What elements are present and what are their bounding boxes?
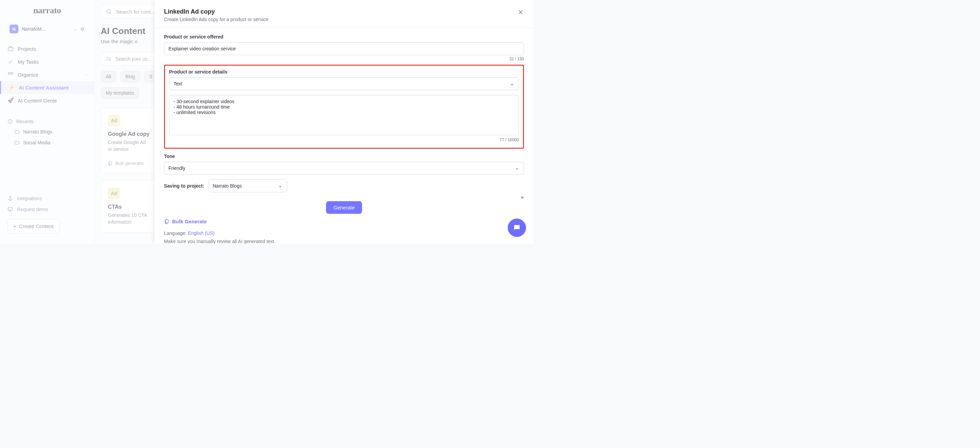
details-counter: 77 / 10000 — [169, 137, 519, 142]
ad-icon: Ad — [108, 188, 120, 199]
monitor-icon — [8, 207, 13, 212]
recent-label: Narrato Blogs — [23, 129, 52, 134]
search-icon — [106, 56, 111, 62]
sidebar-item-my-tasks[interactable]: My Tasks — [0, 55, 94, 68]
review-note: Make sure you manually review all AI gen… — [164, 239, 524, 244]
workspace-selector[interactable]: N NarratoM... ⌄ ⚙ — [6, 22, 88, 36]
ad-icon: Ad — [108, 115, 120, 126]
plus-icon: + — [13, 223, 16, 229]
details-highlight-box: Product or service details 77 / 10000 — [164, 65, 524, 149]
clock-icon — [8, 119, 13, 124]
folder-icon — [14, 129, 20, 134]
svg-point-7 — [107, 57, 110, 60]
workspace-badge: N — [10, 24, 18, 33]
recents-label: Recents — [16, 119, 34, 124]
bulk-generate-link[interactable]: Bulk Generate — [164, 218, 524, 224]
card-desc: or service — [108, 147, 129, 152]
card-desc: Create Google Ad — [108, 140, 146, 145]
sidebar-item-label: Organize — [18, 72, 38, 78]
tone-select[interactable] — [164, 162, 524, 175]
anchor-icon — [8, 196, 13, 201]
gear-icon[interactable]: ⚙ — [80, 26, 85, 32]
details-type-select[interactable] — [169, 77, 519, 90]
chevron-right-icon: › — [86, 73, 87, 77]
svg-point-6 — [107, 10, 111, 13]
chevron-down-icon[interactable]: ⌄ — [74, 27, 77, 31]
language-line: Language: English (US) — [164, 230, 524, 236]
sidebar-item-label: Projects — [18, 46, 36, 52]
sidebar-item-label: My Tasks — [18, 59, 39, 65]
linkedin-ad-modal: LinkedIn Ad copy Create LinkedIn Ads cop… — [154, 0, 533, 244]
svg-rect-9 — [166, 220, 169, 223]
rocket-icon: 🚀 — [8, 97, 14, 104]
chip-my-templates[interactable]: My templates — [101, 87, 139, 99]
recent-label: Social Media — [23, 140, 50, 145]
svg-rect-8 — [109, 161, 111, 164]
details-label: Product or service details — [169, 69, 519, 75]
saving-to-project-label: Saving to project: — [164, 183, 204, 188]
organize-icon — [8, 72, 14, 78]
folder-icon — [14, 140, 20, 145]
sidebar-item-label: Request demo — [17, 207, 48, 212]
sidebar-item-request-demo[interactable]: Request demo — [0, 204, 94, 215]
create-content-button[interactable]: + Create Content — [8, 219, 60, 234]
sidebar-item-label: AI Content Genie — [18, 98, 57, 104]
svg-rect-5 — [8, 208, 12, 210]
card-desc: information — [108, 219, 131, 225]
sidebar-item-label: Integrations — [17, 196, 42, 201]
tone-label: Tone — [164, 153, 524, 159]
generate-button[interactable]: Generate — [326, 201, 363, 214]
card-desc: Generates 10 CTA — [108, 212, 147, 218]
sidebar: narrato N NarratoM... ⌄ ⚙ Projects My Ta… — [0, 0, 95, 244]
recent-item-narrato-blogs[interactable]: Narrato Blogs — [0, 126, 94, 137]
bulk-generate-label: Bulk Generate — [172, 218, 207, 224]
chat-bubble-button[interactable] — [508, 218, 526, 237]
card-footer-text: Bulk generatio — [115, 161, 143, 166]
modal-title: LinkedIn Ad copy — [164, 8, 524, 15]
lightning-icon: ⚡ — [8, 84, 14, 91]
stack-icon — [164, 219, 169, 224]
sidebar-item-integrations[interactable]: Integrations — [0, 193, 94, 204]
sidebar-item-projects[interactable]: Projects — [0, 42, 94, 55]
check-icon — [8, 59, 14, 65]
recents-header: Recents — [0, 117, 94, 126]
sidebar-item-ai-content-genie[interactable]: 🚀 AI Content Genie — [0, 94, 94, 107]
svg-point-4 — [10, 196, 11, 198]
product-offered-label: Product or service offered — [164, 34, 524, 40]
project-select[interactable] — [208, 179, 287, 192]
expand-caret-icon[interactable]: ▶ — [521, 195, 524, 199]
logo: narrato — [33, 5, 61, 16]
modal-subtitle: Create LinkedIn Ads copy for a product o… — [164, 17, 524, 22]
svg-rect-1 — [8, 73, 10, 74]
create-content-label: Create Content — [19, 223, 54, 229]
details-textarea[interactable] — [169, 95, 519, 135]
svg-rect-0 — [8, 47, 13, 51]
workspace-name: NarratoM... — [22, 26, 70, 32]
product-offered-input[interactable] — [164, 42, 524, 55]
stack-icon — [108, 161, 113, 166]
language-select[interactable]: English (US) — [188, 230, 215, 236]
chip-blog[interactable]: Blog — [121, 71, 140, 82]
svg-rect-2 — [11, 73, 13, 74]
briefcase-icon — [8, 46, 14, 52]
product-counter: 32 / 150 — [164, 56, 524, 61]
chip-all[interactable]: All — [101, 71, 116, 82]
sidebar-item-organize[interactable]: Organize › — [0, 68, 94, 81]
sidebar-item-ai-content-assistant[interactable]: ⚡ AI Content Assistant — [0, 81, 94, 94]
search-icon — [106, 8, 112, 14]
recent-item-social-media[interactable]: Social Media — [0, 137, 94, 148]
close-icon[interactable] — [516, 8, 525, 17]
sidebar-item-label: AI Content Assistant — [19, 85, 69, 91]
